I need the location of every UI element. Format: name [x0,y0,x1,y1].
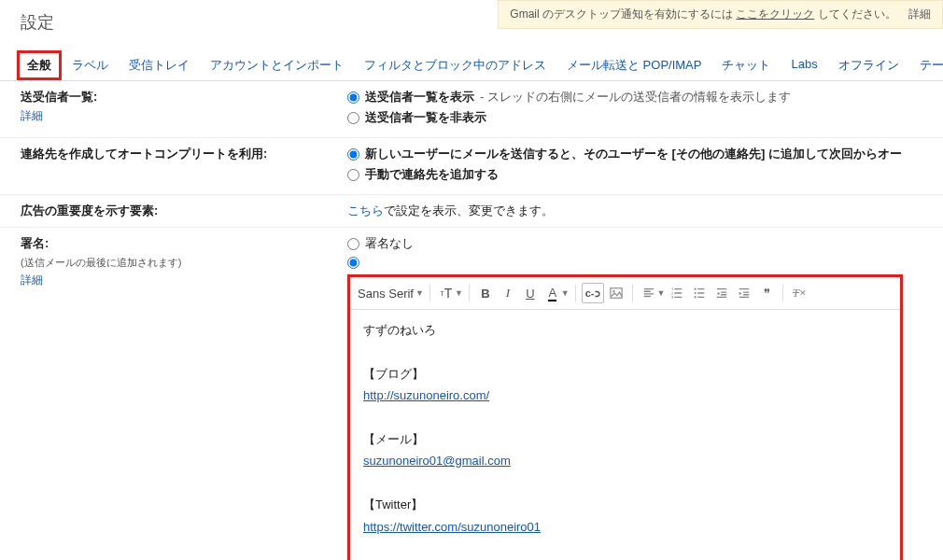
signature-detail-link[interactable]: 詳細 [21,273,43,288]
ads-desc: で設定を表示、変更できます。 [384,203,554,217]
numbered-list-button[interactable]: 123 [667,283,687,303]
separator-icon [575,285,576,301]
blockquote-button[interactable]: ❞ [756,283,777,303]
tab-more[interactable]: テー [909,50,943,80]
sig-line-name: すずのねいろ [363,319,887,341]
svg-point-6 [695,292,697,294]
svg-point-1 [612,290,614,292]
desktop-notification-notice: Gmail のデスクトップ通知を有効にするには ここをクリック してください。 … [498,0,943,29]
signature-editor-highlight: Sans Serif ▼ тT ▼ B I U A ▼ c-ɔ [347,274,903,560]
row-senders: 送受信者一覧: 詳細 送受信者一覧を表示 - スレッドの右側にメールの送受信者の… [0,81,943,138]
row-contacts: 連絡先を作成してオートコンプリートを利用: 新しいユーザーにメールを送信すると、… [0,138,943,195]
sig-mail-link[interactable]: suzunoneiro01@gmail.com [363,454,511,468]
contacts-manual-radio[interactable] [347,169,359,181]
row-signature: 署名: (送信メールの最後に追加されます) 詳細 署名なし Sans Serif… [0,228,943,560]
chevron-down-icon[interactable]: ▼ [561,288,570,298]
signature-textarea[interactable]: すずのねいろ 【ブログ】 http://suzunoneiro.com/ 【メー… [350,310,900,560]
indent-icon [738,287,751,300]
sig-twitter-link[interactable]: https://twitter.com/suzunoneiro01 [363,520,541,534]
bullet-list-button[interactable] [689,283,710,303]
chevron-down-icon[interactable]: ▼ [657,288,666,298]
insert-image-button[interactable] [606,283,626,303]
link-button[interactable]: c-ɔ [582,283,604,303]
ads-here-link[interactable]: こちら [347,203,384,217]
outdent-icon [715,287,728,300]
italic-button[interactable]: I [498,283,518,303]
align-button[interactable] [639,283,659,303]
font-family-selector[interactable]: Sans Serif [358,287,417,301]
svg-text:3: 3 [671,295,674,300]
notice-detail-link[interactable]: 詳細 [908,7,931,21]
sig-twitter-label: 【Twitter】 [363,494,887,515]
sig-blog-link[interactable]: http://suzunoneiro.com/ [363,388,489,402]
align-left-icon [642,287,655,300]
underline-button[interactable]: U [520,283,541,303]
contacts-manual-label: 手動で連絡先を追加する [365,166,499,183]
row-ads: 広告の重要度を示す要素: こちらで設定を表示、変更できます。 [0,195,943,228]
separator-icon [469,285,470,301]
font-size-selector[interactable]: тT [436,283,457,303]
separator-icon [429,285,430,301]
separator-icon [782,285,783,301]
tab-offline[interactable]: オフライン [828,50,909,80]
text-color-button[interactable]: A [542,283,563,303]
tab-labels[interactable]: ラベル [62,50,119,80]
senders-hide-label: 送受信者一覧を非表示 [365,109,486,126]
signature-use-radio[interactable] [347,257,359,269]
tab-forwarding[interactable]: メール転送と POP/IMAP [556,50,711,80]
settings-tabs: 全般 ラベル 受信トレイ アカウントとインポート フィルタとブロック中のアドレス… [0,50,943,81]
sig-mail-label: 【メール】 [363,428,887,450]
senders-show-radio[interactable] [347,91,359,104]
signature-toolbar: Sans Serif ▼ тT ▼ B I U A ▼ c-ɔ [350,277,900,310]
senders-show-label: 送受信者一覧を表示 [365,89,474,105]
signature-none-label: 署名なし [365,235,414,252]
indent-more-button[interactable] [734,283,754,303]
contacts-auto-label: 新しいユーザーにメールを送信すると、そのユーザーを [その他の連絡先] に追加し… [365,146,902,162]
chevron-down-icon[interactable]: ▼ [455,288,463,298]
numbered-list-icon: 123 [670,287,683,300]
sig-blog-label: 【ブログ】 [363,363,887,385]
signature-note: (送信メールの最後に追加されます) [21,256,347,270]
contacts-auto-radio[interactable] [347,148,359,161]
tab-accounts[interactable]: アカウントとインポート [200,50,354,80]
ads-label: 広告の重要度を示す要素: [21,203,158,217]
senders-show-desc: - スレッドの右側にメールの送受信者の情報を表示します [480,89,791,105]
tab-general-highlight: 全般 [17,50,62,80]
tab-general[interactable]: 全般 [27,58,51,72]
notice-suffix: してください。 [818,7,896,21]
contacts-label: 連絡先を作成してオートコンプリートを利用: [21,147,267,161]
tab-filters[interactable]: フィルタとブロック中のアドレス [354,50,556,80]
separator-icon [632,285,633,301]
bullet-list-icon [693,287,706,300]
remove-formatting-button[interactable]: T✕ [789,283,809,303]
svg-point-7 [695,296,697,298]
tab-chat[interactable]: チャット [711,50,781,80]
indent-less-button[interactable] [711,283,732,303]
signature-none-radio[interactable] [347,238,359,250]
svg-point-5 [695,288,697,290]
notice-enable-link[interactable]: ここをクリック [736,7,814,21]
senders-hide-radio[interactable] [347,112,359,124]
tab-inbox[interactable]: 受信トレイ [119,50,200,80]
image-icon [610,287,623,300]
notice-text: Gmail のデスクトップ通知を有効にするには [510,7,733,21]
senders-label: 送受信者一覧: [21,90,97,104]
signature-label: 署名: [21,236,49,250]
chevron-down-icon[interactable]: ▼ [415,288,424,298]
senders-detail-link[interactable]: 詳細 [21,108,43,124]
bold-button[interactable]: B [475,283,496,303]
tab-labs[interactable]: Labs [781,50,827,80]
